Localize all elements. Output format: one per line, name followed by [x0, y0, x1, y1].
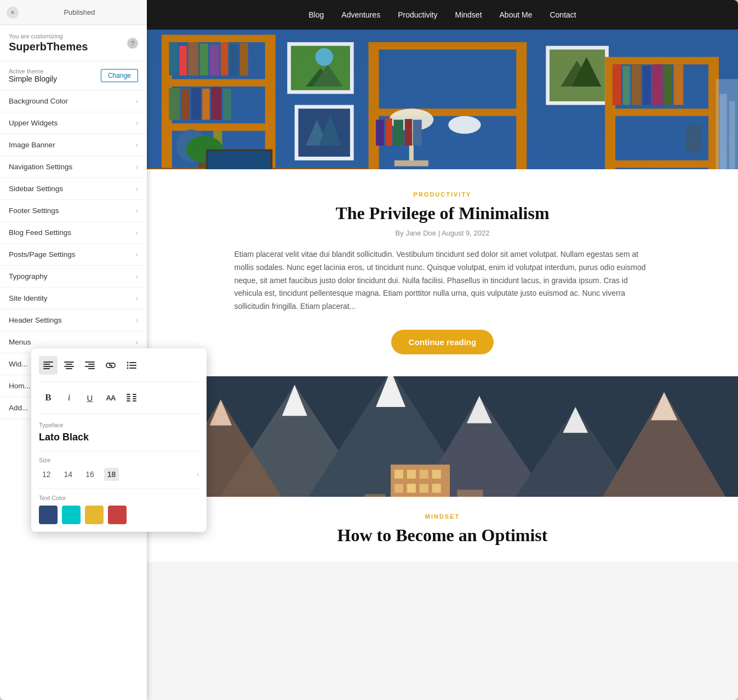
color-swatches: [39, 506, 199, 524]
menu-item-label: Wid...: [9, 360, 28, 368]
color-section: Text Color: [39, 495, 199, 524]
nav-link-contact[interactable]: Contact: [550, 10, 576, 19]
menu-item-sidebar-settings[interactable]: Sidebar Settings›: [0, 178, 147, 200]
menu-item-label: Add...: [9, 404, 28, 412]
hero-image-2: [147, 376, 738, 497]
italic-button[interactable]: i: [60, 388, 78, 407]
svg-rect-103: [365, 494, 386, 497]
post-category-1: PRODUCTIVITY: [191, 191, 694, 198]
svg-rect-94: [432, 470, 441, 479]
site-title: SuperbThemes: [9, 41, 88, 53]
toolbar-row-2: B i U AA: [39, 388, 199, 414]
customizing-label: You are customizing: [9, 33, 88, 39]
bold-button[interactable]: B: [39, 388, 58, 407]
chevron-right-icon: ›: [136, 295, 138, 302]
post-category-2: MINDSET: [191, 513, 694, 520]
svg-rect-109: [43, 366, 53, 367]
align-center-button[interactable]: [60, 356, 78, 375]
svg-rect-127: [127, 396, 130, 397]
menu-item-image-banner[interactable]: Image Banner›: [0, 134, 147, 156]
color-swatch-red[interactable]: [108, 506, 127, 524]
svg-rect-96: [407, 484, 416, 492]
post-excerpt-1: Etiam placerat velit vitae dui blandit s…: [234, 248, 651, 313]
menu-item-site-identity[interactable]: Site Identity›: [0, 288, 147, 309]
chevron-right-icon: ›: [136, 229, 138, 237]
menu-item-background-color[interactable]: Background Color›: [0, 90, 147, 112]
post-title-1: The Privilege of Minimalism: [191, 203, 694, 223]
svg-rect-133: [133, 400, 136, 401]
size-row: 12141618›: [39, 468, 199, 481]
main-wrapper: × Published You are customizing SuperbTh…: [0, 0, 738, 700]
continue-reading-button[interactable]: Continue reading: [391, 330, 494, 354]
help-icon[interactable]: ?: [127, 38, 138, 49]
menu-item-label: Background Color: [9, 97, 68, 105]
size-option-12[interactable]: 12: [39, 468, 54, 481]
menu-item-posts-page-settings[interactable]: Posts/Page Settings›: [0, 244, 147, 266]
nav-link-blog[interactable]: Blog: [308, 10, 324, 19]
site-preview: BlogAdventuresProductivityMindsetAbout M…: [147, 0, 738, 700]
menu-item-label: Upper Widgets: [9, 119, 58, 127]
svg-point-120: [127, 362, 129, 364]
color-swatch-dark-blue[interactable]: [39, 506, 58, 524]
published-status: Published: [19, 8, 140, 16]
change-theme-button[interactable]: Change: [101, 69, 138, 82]
svg-rect-115: [85, 362, 95, 363]
svg-rect-95: [394, 484, 403, 492]
text-color-label: Text Color: [39, 495, 199, 501]
svg-rect-74: [147, 30, 738, 169]
menu-item-upper-widgets[interactable]: Upper Widgets›: [0, 112, 147, 134]
svg-rect-132: [133, 398, 136, 399]
menu-item-label: Menus: [9, 338, 31, 346]
chevron-right-icon: ›: [136, 251, 138, 259]
customizer-info: You are customizing SuperbThemes ?: [0, 25, 147, 61]
active-theme-section: Active theme Simple Blogily Change: [0, 61, 147, 90]
post-meta-1: By Jane Doe | August 9, 2022: [191, 229, 694, 237]
size-option-18[interactable]: 18: [104, 468, 119, 481]
chevron-right-icon: ›: [136, 338, 138, 346]
svg-rect-98: [432, 484, 441, 492]
menu-item-footer-settings[interactable]: Footer Settings›: [0, 200, 147, 222]
typeface-value: Lato Black: [39, 432, 199, 443]
site-nav: BlogAdventuresProductivityMindsetAbout M…: [147, 0, 738, 30]
svg-rect-130: [133, 394, 136, 395]
site-content: PRODUCTIVITY The Privilege of Minimalism…: [147, 30, 738, 700]
menu-item-typography[interactable]: Typography›: [0, 266, 147, 288]
chevron-right-icon: ›: [136, 163, 138, 171]
svg-rect-107: [43, 362, 53, 363]
toolbar-row-1: [39, 356, 199, 382]
size-option-14[interactable]: 14: [61, 468, 76, 481]
nav-link-productivity[interactable]: Productivity: [398, 10, 437, 19]
size-label: Size: [39, 457, 199, 463]
divider-2: [39, 489, 199, 489]
close-button[interactable]: ×: [7, 7, 19, 19]
size-chevron-icon: ›: [197, 471, 199, 478]
svg-rect-117: [85, 366, 95, 367]
chevron-right-icon: ›: [136, 317, 138, 324]
svg-rect-108: [43, 364, 50, 365]
link-button[interactable]: [101, 356, 120, 375]
nav-link-adventures[interactable]: Adventures: [341, 10, 380, 19]
font-size-button[interactable]: AA: [101, 388, 120, 407]
align-right-button[interactable]: [81, 356, 99, 375]
menu-item-label: Header Settings: [9, 316, 62, 324]
menu-item-label: Image Banner: [9, 141, 55, 149]
svg-point-124: [127, 368, 129, 369]
menu-item-blog-feed-settings[interactable]: Blog Feed Settings›: [0, 222, 147, 244]
underline-button[interactable]: U: [81, 388, 99, 407]
list-button[interactable]: [122, 356, 141, 375]
menu-item-label: Posts/Page Settings: [9, 250, 76, 259]
svg-rect-118: [88, 368, 95, 369]
menu-item-label: Hom...: [9, 382, 31, 390]
menu-item-navigation-settings[interactable]: Navigation Settings›: [0, 156, 147, 178]
size-option-16[interactable]: 16: [82, 468, 98, 481]
align-left-button[interactable]: [39, 356, 58, 375]
menu-item-header-settings[interactable]: Header Settings›: [0, 309, 147, 331]
color-swatch-cyan[interactable]: [62, 506, 81, 524]
nav-link-about-me[interactable]: About Me: [500, 10, 533, 19]
menu-item-label: Sidebar Settings: [9, 185, 63, 193]
color-swatch-yellow[interactable]: [85, 506, 104, 524]
svg-rect-114: [66, 368, 72, 369]
columns-button[interactable]: [122, 388, 141, 407]
text-editor-popup: B i U AA Typeface Lato Black Size 121416…: [31, 348, 207, 532]
nav-link-mindset[interactable]: Mindset: [455, 10, 482, 19]
